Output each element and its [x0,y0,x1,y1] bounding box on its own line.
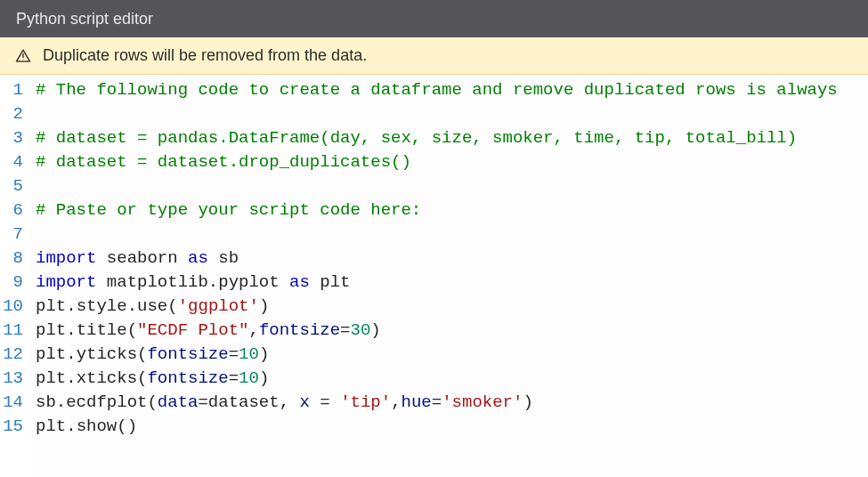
code-token: = [198,392,207,412]
code-token: as [289,272,310,292]
code-token [96,272,106,292]
code-line[interactable]: # The following code to create a datafra… [36,78,868,102]
code-line[interactable]: plt.style.use('ggplot') [36,295,868,319]
line-number: 5 [0,174,30,198]
code-token: title [77,320,127,340]
code-token: ( [137,344,147,364]
code-token: . [56,392,66,412]
code-token: fontsize [147,344,228,364]
code-token: yticks [77,344,137,364]
line-number: 11 [0,319,30,343]
code-token: , [248,320,258,340]
code-line[interactable] [36,102,868,126]
code-token: . [66,296,76,316]
code-token: 10 [239,368,259,388]
code-token: as [188,248,208,268]
code-line[interactable]: # dataset = pandas.DataFrame(day, sex, s… [36,126,868,150]
code-token: plt [36,368,66,388]
code-line[interactable] [36,222,868,247]
code-token: . [66,416,76,436]
code-token: , [391,392,401,412]
line-number: 6 [0,198,30,222]
code-token: . [127,296,137,316]
line-number: 9 [0,271,30,295]
code-line[interactable]: import matplotlib.pyplot as plt [36,271,868,295]
code-token: dataset [208,392,280,412]
code-token: = [432,392,442,412]
svg-point-1 [23,59,24,60]
code-token: plt [36,296,66,316]
code-token: ) [523,392,532,412]
code-token [208,248,218,268]
code-token: ( [147,392,157,412]
code-token: ( [127,320,137,340]
code-token: () [117,416,137,436]
code-token: 'smoker' [442,392,523,412]
code-token: , [280,392,300,412]
code-line[interactable] [36,174,868,198]
code-token [280,272,289,292]
code-token [330,392,340,412]
code-token: 'ggplot' [178,296,259,316]
line-number: 12 [0,343,30,367]
code-token: ) [370,320,380,340]
code-line[interactable]: import seaborn as sb [36,247,868,271]
code-token: # dataset = dataset.drop_duplicates() [36,152,411,172]
code-token: = [320,392,329,412]
code-editor[interactable]: 123456789101112131415 # The following co… [0,75,868,477]
code-token: sb [218,248,239,268]
code-token: plt [36,416,66,436]
code-line[interactable]: sb.ecdfplot(data=dataset, x = 'tip',hue=… [36,391,868,415]
code-token: # dataset = pandas.DataFrame(day, sex, s… [36,128,797,148]
code-token: = [229,368,239,388]
code-token: "ECDF Plot" [137,320,248,340]
line-number: 1 [0,78,30,102]
code-token: matplotlib.pyplot [107,272,280,292]
code-line[interactable]: plt.show() [36,415,868,439]
code-line[interactable]: # dataset = dataset.drop_duplicates() [36,150,868,174]
code-token: seaborn [107,248,178,268]
warning-text: Duplicate rows will be removed from the … [43,46,367,65]
code-token: ecdfplot [66,392,147,412]
code-line[interactable]: plt.xticks(fontsize=10) [36,367,868,391]
code-token: fontsize [259,320,340,340]
code-token: plt [320,272,350,292]
code-token: = [340,320,350,340]
code-token: ) [259,296,269,316]
warning-bar: Duplicate rows will be removed from the … [0,37,868,75]
code-token: ) [259,368,269,388]
code-token: # Paste or type your script code here: [36,200,421,220]
editor-title-bar: Python script editor [0,0,868,37]
line-number: 2 [0,102,30,126]
code-token [310,392,320,412]
code-token: 10 [239,344,259,364]
code-token: ) [259,344,269,364]
line-number: 3 [0,126,30,150]
line-number: 10 [0,295,30,319]
editor-title: Python script editor [16,10,153,28]
code-line[interactable]: plt.title("ECDF Plot",fontsize=30) [36,319,868,343]
code-token: . [66,344,76,364]
code-token: fontsize [147,368,228,388]
line-number-gutter: 123456789101112131415 [0,75,30,477]
warning-triangle-icon [12,45,34,67]
code-token: . [66,368,76,388]
line-number: 14 [0,391,30,415]
line-number: 15 [0,415,30,439]
code-token: sb [36,392,56,412]
code-token: plt [36,320,66,340]
code-token: 30 [351,320,371,340]
code-area[interactable]: # The following code to create a datafra… [30,75,868,477]
code-token: ( [167,296,177,316]
code-token: import [36,248,96,268]
code-token [96,248,106,268]
line-number: 4 [0,150,30,174]
code-token [178,248,188,268]
code-token: ( [137,368,147,388]
code-line[interactable]: plt.yticks(fontsize=10) [36,343,868,367]
line-number: 13 [0,367,30,391]
code-token: xticks [77,368,137,388]
code-line[interactable]: # Paste or type your script code here: [36,198,868,222]
code-token: x [300,392,310,412]
code-token: style [77,296,127,316]
